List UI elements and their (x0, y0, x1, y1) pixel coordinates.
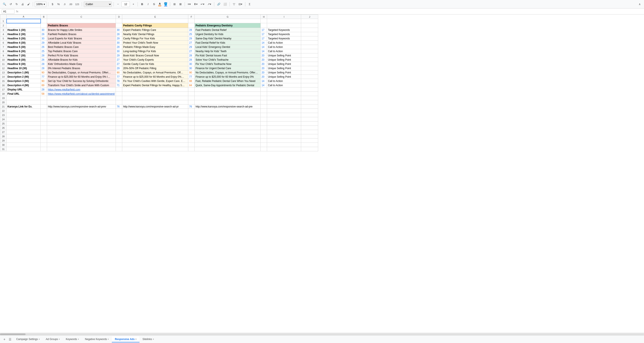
merge-button[interactable]: ⊠ (178, 1, 183, 7)
cell-B11[interactable]: 28 (41, 62, 47, 66)
cell-I4[interactable]: Targeted Keywords (267, 32, 301, 36)
cell-I5[interactable]: Targeted Keywords (267, 36, 301, 41)
cell-C21[interactable]: http://www.karooya.com/responsive-search… (47, 104, 116, 109)
cell-J4[interactable] (301, 32, 318, 36)
cell-I17[interactable] (267, 87, 301, 92)
row-header-9[interactable]: 9 (0, 53, 6, 58)
cell-A11[interactable]: Headline 9 (30) (6, 62, 41, 66)
cell-B6[interactable]: 29 (41, 41, 47, 45)
cell-J14[interactable] (301, 75, 318, 79)
cell-H18[interactable] (261, 92, 267, 96)
col-header-D[interactable]: D (116, 15, 122, 19)
cell-A20[interactable] (6, 100, 41, 104)
cell-D19[interactable] (116, 96, 122, 100)
cell-E20[interactable] (122, 100, 188, 104)
sum-button[interactable]: Σ (247, 1, 252, 7)
cell-F17[interactable] (188, 87, 195, 92)
cell-D16[interactable]: 71 (116, 83, 122, 87)
cell-I7[interactable]: Call to Action (267, 45, 301, 49)
cell-I14[interactable]: Unique Selling Point (267, 75, 301, 79)
increase-decimal-button[interactable]: .00 (68, 1, 73, 7)
cell-J2[interactable] (301, 23, 318, 28)
cell-J21[interactable] (301, 104, 318, 109)
cell-F2[interactable] (188, 23, 195, 28)
cell-C18[interactable]: https://www.mkdfairfield.com/about-us/de… (47, 92, 116, 96)
cell-H19[interactable] (261, 96, 267, 100)
cell-I12[interactable]: Unique Selling Point (267, 66, 301, 70)
cell-D11[interactable]: 27 (116, 62, 122, 66)
cell-J12[interactable] (301, 66, 318, 70)
cell-J13[interactable] (301, 70, 318, 75)
col-header-I[interactable]: I (267, 15, 301, 19)
percent-button[interactable]: % (56, 1, 61, 7)
cell-J6[interactable] (301, 41, 318, 45)
font-family-select[interactable]: Calibri Arial Times New Roman (84, 1, 112, 7)
cell-G10[interactable]: Solve Your Child's Toothache (195, 58, 261, 62)
cell-G9[interactable]: Fix Kids' Dental Issues Fast (195, 53, 261, 58)
cell-C5[interactable]: Local Experts for Kids' Braces (47, 36, 116, 41)
cell-A16[interactable]: Description 4 (90) (6, 83, 41, 87)
cell-J10[interactable] (301, 58, 318, 62)
cell-H3[interactable]: 17 (261, 28, 267, 32)
row-header-15[interactable]: 15 (0, 79, 6, 83)
cell-D4[interactable]: 28 (116, 32, 122, 36)
tab-campaign-settings[interactable]: Campaign Settings ▾ (13, 337, 42, 342)
cell-H13[interactable]: 20 (261, 70, 267, 75)
horizontal-scrollbar[interactable] (0, 333, 644, 335)
cell-C6[interactable]: Affordable Local Kids' Braces (47, 41, 116, 45)
cell-J15[interactable] (301, 79, 318, 83)
cell-A17[interactable]: Display URL (6, 87, 41, 92)
formula-input[interactable] (20, 10, 642, 13)
link-button[interactable]: 🔗 (216, 1, 222, 7)
cell-H15[interactable]: 14 (261, 79, 267, 83)
row-header-2[interactable]: 2 (0, 23, 6, 28)
cell-G7[interactable]: Local Kids' Emergency Dentist (195, 45, 261, 49)
cell-G1[interactable] (195, 19, 261, 23)
cell-E2[interactable]: Pediatric Cavity Fillings (122, 23, 188, 28)
cell-D3[interactable]: 30 (116, 28, 122, 32)
cell-F9[interactable]: 28 (188, 53, 195, 58)
cell-B2[interactable] (41, 23, 47, 28)
cell-C16[interactable]: Transform Your Child's Smile and Future … (47, 83, 116, 87)
cell-H2[interactable] (261, 23, 267, 28)
cell-D12[interactable]: 29 (116, 66, 122, 70)
cell-G15[interactable]: Fast, Reliable Pediatric Dental Care Whe… (195, 79, 261, 83)
cell-E8[interactable]: Long-lasting Fillings For Kids (122, 49, 188, 53)
row-header-14[interactable]: 14 (0, 75, 6, 79)
cell-E15[interactable]: Fix Your Child's Cavities With Gentle, E… (122, 79, 188, 83)
cell-A19[interactable] (6, 96, 41, 100)
cell-E9[interactable]: Book Kids' Braces Consult Now (122, 53, 188, 58)
search-button[interactable]: 🔍 (2, 1, 7, 7)
cell-C9[interactable]: Perfect Fit for Kids' Braces (47, 53, 116, 58)
cell-D17[interactable] (116, 87, 122, 92)
cell-G14[interactable]: Finance up to $25,000 for 60 Months and … (195, 75, 261, 79)
cell-D2[interactable] (116, 23, 122, 28)
tab-sitelinks[interactable]: Sitelinks ▾ (140, 337, 157, 342)
cell-B19[interactable] (41, 96, 47, 100)
cell-D1[interactable] (116, 19, 122, 23)
paint-format-button[interactable]: 🖌 (26, 1, 31, 7)
cell-B20[interactable] (41, 100, 47, 104)
cell-B14[interactable]: 77 (41, 75, 47, 79)
cell-D21[interactable]: 76 (116, 104, 122, 109)
row-header-4[interactable]: 4 (0, 32, 6, 36)
col-header-J[interactable]: J (301, 15, 318, 19)
col-header-E[interactable]: E (122, 15, 188, 19)
col-header-H[interactable]: H (261, 15, 267, 19)
cell-G8[interactable]: Nearby Help for Kids' Teeth (195, 49, 261, 53)
cell-A3[interactable]: Headline 1 (30) (6, 28, 41, 32)
cell-D6[interactable]: 30 (116, 41, 122, 45)
cell-I8[interactable]: Call to Action (267, 49, 301, 53)
cell-B10[interactable]: 26 (41, 58, 47, 62)
cell-A14[interactable]: Description 2 (90) (6, 75, 41, 79)
cell-G18[interactable] (195, 92, 261, 96)
cell-E10[interactable]: Your Child's Cavity Experts (122, 58, 188, 62)
cell-F21[interactable]: 76 (188, 104, 195, 109)
cell-C10[interactable]: Affordable Braces for Kids (47, 58, 116, 62)
strikethrough-button[interactable]: S (152, 1, 156, 7)
tab-keywords[interactable]: Keywords ▾ (63, 337, 82, 342)
col-header-G[interactable]: G (195, 15, 261, 19)
currency-button[interactable]: $ (50, 1, 55, 7)
cell-A4[interactable]: Headline 2 (30) (6, 32, 41, 36)
cell-F15[interactable]: 88 (188, 79, 195, 83)
